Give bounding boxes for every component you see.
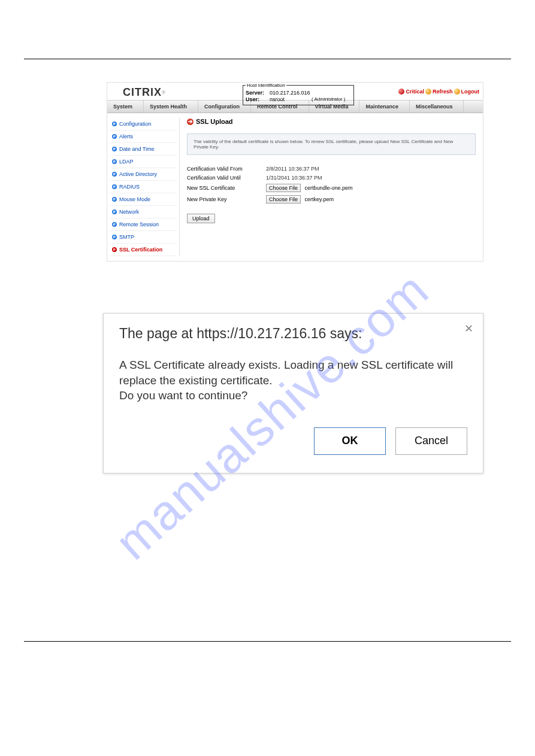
horizontal-rule-top	[24, 59, 511, 59]
bullet-icon	[112, 197, 117, 202]
sidebar-item-label: Alerts	[119, 133, 133, 139]
app-window: CITRIX® Host Identification Server: 010.…	[107, 82, 483, 262]
ok-button[interactable]: OK	[314, 427, 386, 455]
close-icon[interactable]: ✕	[464, 322, 473, 335]
confirm-dialog: ✕ The page at https://10.217.216.16 says…	[103, 313, 483, 473]
refresh-icon	[425, 89, 431, 95]
bullet-icon	[112, 184, 117, 189]
sidebar-item-label: Active Directory	[119, 171, 157, 177]
sidebar-item-label: Date and Time	[119, 146, 155, 152]
critical-icon	[398, 89, 404, 95]
sidebar-item-ssl-certification[interactable]: SSL Certification	[110, 244, 177, 256]
arrow-right-icon: ➔	[187, 119, 194, 125]
sidebar-item-label: Network	[119, 209, 139, 215]
user-label: User:	[246, 96, 270, 102]
sidebar-item-network[interactable]: Network	[110, 206, 177, 218]
sidebar-item-ldap[interactable]: LDAP	[110, 156, 177, 168]
user-role: ( Administrator )	[312, 96, 345, 102]
bullet-icon	[112, 247, 117, 252]
horizontal-rule-bottom	[24, 641, 511, 642]
bullet-icon	[112, 134, 117, 139]
status-bar: Critical Refresh Logout	[398, 89, 479, 95]
key-file-name: certkey.pem	[305, 196, 334, 202]
refresh-link[interactable]: Refresh	[433, 89, 453, 95]
top-bar: CITRIX® Host Identification Server: 010.…	[107, 83, 483, 100]
sidebar-item-label: Mouse Mode	[119, 196, 150, 202]
sidebar-item-configuration[interactable]: Configuration	[110, 118, 177, 130]
upload-button[interactable]: Upload	[187, 214, 215, 223]
sidebar-item-label: SMTP	[119, 234, 134, 240]
sidebar-item-alerts[interactable]: Alerts	[110, 130, 177, 143]
valid-from-label: Certification Valid From	[187, 166, 266, 172]
cancel-button[interactable]: Cancel	[395, 427, 467, 455]
menu-maintenance[interactable]: Maintenance	[359, 101, 410, 113]
new-key-label: New Private Key	[187, 196, 266, 202]
menu-system[interactable]: System	[107, 101, 144, 113]
sidebar-item-label: SSL Certification	[119, 247, 162, 253]
menu-system-health[interactable]: System Health	[144, 101, 198, 113]
choose-file-key-button[interactable]: Choose File	[266, 195, 301, 204]
sidebar-item-radius[interactable]: RADIUS	[110, 181, 177, 193]
bullet-icon	[112, 122, 117, 126]
page-title: ➔ SSL Upload	[187, 118, 476, 125]
user-value: nsroot	[270, 96, 312, 102]
logout-link[interactable]: Logout	[461, 89, 480, 95]
bullet-icon	[112, 210, 117, 214]
sidebar-item-mouse-mode[interactable]: Mouse Mode	[110, 193, 177, 206]
bullet-icon	[112, 147, 117, 151]
bullet-icon	[112, 235, 117, 239]
ssl-form: Certification Valid From 2/8/2011 10:36:…	[187, 166, 476, 223]
citrix-logo: CITRIX®	[123, 86, 166, 99]
sidebar-item-label: RADIUS	[119, 184, 140, 190]
sidebar-item-label: LDAP	[119, 159, 134, 165]
valid-until-label: Certification Valid Until	[187, 175, 266, 181]
sidebar-item-date-and-time[interactable]: Date and Time	[110, 143, 177, 156]
logout-icon	[454, 89, 460, 95]
valid-until-value: 1/31/2041 10:36:37 PM	[266, 175, 322, 181]
bullet-icon	[112, 172, 117, 177]
main-content: ➔ SSL Upload The validity of the default…	[180, 113, 483, 261]
sidebar-item-active-directory[interactable]: Active Directory	[110, 168, 177, 181]
info-box: The validity of the default certificate …	[187, 133, 476, 155]
host-identification-box: Host Identification Server: 010.217.216.…	[243, 83, 354, 105]
dialog-title: The page at https://10.217.216.16 says:	[119, 326, 467, 342]
cert-file-name: certbundle-one.pem	[305, 185, 353, 191]
bullet-icon	[112, 222, 117, 227]
server-label: Server:	[246, 90, 270, 96]
server-value: 010.217.216.016	[270, 90, 312, 96]
logo-text: CITRIX	[123, 86, 162, 99]
sidebar-item-label: Configuration	[119, 121, 152, 127]
valid-from-value: 2/8/2011 10:36:37 PM	[266, 166, 319, 172]
sidebar-item-smtp[interactable]: SMTP	[110, 231, 177, 244]
menu-miscellaneous[interactable]: Miscellaneous	[410, 101, 464, 113]
sidebar: Configuration Alerts Date and Time LDAP …	[107, 113, 179, 261]
dialog-buttons: OK Cancel	[119, 427, 467, 455]
body: Configuration Alerts Date and Time LDAP …	[107, 113, 483, 261]
page-title-text: SSL Upload	[196, 118, 233, 125]
host-id-legend: Host Identification	[246, 83, 286, 88]
dialog-message: A SSL Certificate already exists. Loadin…	[119, 357, 467, 403]
sidebar-item-remote-session[interactable]: Remote Session	[110, 218, 177, 231]
bullet-icon	[112, 159, 117, 164]
choose-file-cert-button[interactable]: Choose File	[266, 184, 301, 192]
sidebar-item-label: Remote Session	[119, 221, 159, 227]
critical-link[interactable]: Critical	[406, 89, 424, 95]
new-cert-label: New SSL Certificate	[187, 185, 266, 191]
